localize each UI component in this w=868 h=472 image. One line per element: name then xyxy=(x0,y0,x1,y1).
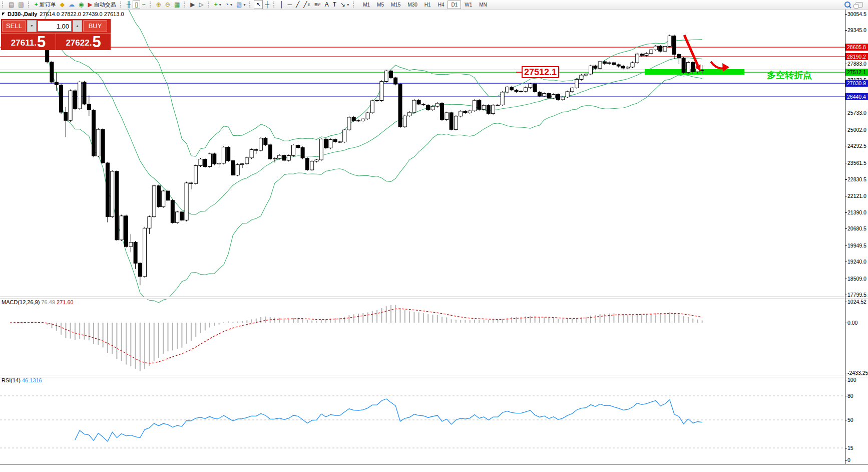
timeframe-button-mn[interactable]: MN xyxy=(476,1,491,9)
volume-input[interactable] xyxy=(38,21,72,32)
trendline-icon: ╱ xyxy=(296,2,299,8)
search-icon[interactable] xyxy=(844,2,850,8)
signals-icon: ◉ xyxy=(79,2,84,8)
signals-button[interactable]: ◉ xyxy=(77,0,86,9)
price-tick: 18509.0 xyxy=(847,276,866,282)
toolbar-handle xyxy=(273,2,276,8)
text-icon: A xyxy=(325,2,329,8)
price-tick: 30054.5 xyxy=(847,11,866,17)
period-clock-icon: ◔ xyxy=(225,2,229,8)
zoom-in-button[interactable]: ⊕ xyxy=(154,0,163,9)
timeframe-button-m1[interactable]: M1 xyxy=(359,1,373,9)
macd-signal-value: 271.60 xyxy=(57,299,74,305)
line-chart-button[interactable]: ~ xyxy=(140,0,148,9)
zoom-out-button[interactable]: ⊖ xyxy=(163,0,172,9)
timeframe-button-w1[interactable]: W1 xyxy=(461,1,476,9)
fibonacci-button[interactable]: ≡F xyxy=(312,0,323,9)
hline-icon: ─ xyxy=(287,2,292,8)
macd-scale-label: 1024.52 xyxy=(847,299,866,305)
toolbar-handle xyxy=(249,2,252,8)
text-label-button[interactable]: T xyxy=(331,0,338,9)
arrows-button[interactable]: ↘▾ xyxy=(338,0,351,9)
text-button[interactable]: A xyxy=(323,0,331,9)
timeframe-button-d1[interactable]: D1 xyxy=(448,1,461,9)
chart-preview-icon: ▥ xyxy=(18,2,24,8)
volume-increase-button[interactable]: ▲ xyxy=(73,20,82,32)
date-axis[interactable] xyxy=(0,464,868,472)
tile-windows-button[interactable]: ▦ xyxy=(172,0,182,9)
price-level-label: 28190.2 xyxy=(845,53,868,60)
timeframe-button-m5[interactable]: M5 xyxy=(373,1,387,9)
price-tick: 24292.5 xyxy=(847,143,866,149)
callout-dash xyxy=(516,72,522,73)
pivot-note-text[interactable]: 多空转折点 xyxy=(767,69,812,81)
metaeditor-button[interactable]: ◆ xyxy=(58,0,67,9)
crosshair-icon: ┼ xyxy=(265,2,269,8)
buy-price-big-digit: 5 xyxy=(92,34,101,50)
rsi-scale-label: 80 xyxy=(847,393,853,399)
rsi-scale-label: 50 xyxy=(847,417,853,423)
rsi-pane-separator[interactable] xyxy=(0,375,868,377)
price-tick: 19240.0 xyxy=(847,259,866,265)
spin-down-icon: ▼ xyxy=(30,24,34,28)
text-label-icon: T xyxy=(333,2,336,8)
period-clock-button[interactable]: ◔▾ xyxy=(223,0,234,9)
hline-button[interactable]: ─ xyxy=(285,0,294,9)
sell-price[interactable]: 27611. 5 xyxy=(1,34,56,50)
template-button[interactable]: ▧▾ xyxy=(234,0,247,9)
price-callout[interactable]: 27512.1 xyxy=(522,66,559,78)
chart-preview-button[interactable]: ▥ xyxy=(16,0,26,9)
candle-chart-button[interactable]: ▯ xyxy=(133,0,140,9)
macd-indicator-label: MACD(12,26,9) xyxy=(2,299,40,305)
price-tick: 27883.0 xyxy=(847,61,866,67)
buy-button[interactable]: BUY xyxy=(83,20,107,32)
channel-icon: ╱ xyxy=(303,2,307,8)
toolbar-groups: ▤▥+新订单◆☁◉▶自动交易╫▯~⊕⊖▦▶▷+▾◔▾▧▾↖┼│─╱╱E≡FAT↘… xyxy=(0,0,351,9)
crosshair-button[interactable]: ┼ xyxy=(263,0,271,9)
add-indicator-icon: + xyxy=(214,2,218,8)
chevron-down-icon: ▾ xyxy=(347,3,349,7)
buy-price[interactable]: 27622. 5 xyxy=(56,34,111,50)
timeframe-button-m15[interactable]: M15 xyxy=(387,1,404,9)
callout-text: 27512.1 xyxy=(524,67,557,77)
charts-window-button[interactable]: ▤ xyxy=(7,0,16,9)
price-tick: 29345.0 xyxy=(847,27,866,33)
price-level-label: 27512.1 xyxy=(845,69,868,76)
collapse-panel-icon[interactable] xyxy=(2,13,5,16)
rsi-scale-label: 0 xyxy=(847,457,850,463)
auto-scroll-button[interactable]: ▶ xyxy=(188,0,197,9)
macd-histogram xyxy=(10,305,703,371)
macd-pane-separator[interactable] xyxy=(0,297,868,299)
candles-series xyxy=(9,25,704,285)
volume-decrease-button[interactable]: ▼ xyxy=(27,20,37,32)
bollinger-upper-band xyxy=(20,0,702,156)
timeframe-button-h4[interactable]: H4 xyxy=(435,1,448,9)
chart-canvas xyxy=(0,0,868,472)
cursor-icon: ↖ xyxy=(256,2,261,8)
timeframe-button-m30[interactable]: M30 xyxy=(404,1,420,9)
bar-chart-icon: ╫ xyxy=(127,2,131,8)
channel-button[interactable]: ╱E xyxy=(301,0,312,9)
vline-button[interactable]: │ xyxy=(278,0,286,9)
autotrade-button[interactable]: ▶自动交易 xyxy=(86,0,118,9)
cursor-button[interactable]: ↖ xyxy=(254,0,263,9)
mt4-terminal: 30054.529345.027883.027173.525733.025002… xyxy=(0,0,868,472)
trendline-button[interactable]: ╱ xyxy=(294,0,301,9)
add-indicator-button[interactable]: +▾ xyxy=(212,0,223,9)
tile-windows-icon: ▦ xyxy=(174,2,180,8)
price-tick: 22121.0 xyxy=(847,193,866,199)
arrows-icon: ↘ xyxy=(340,2,345,8)
sell-button[interactable]: SELL xyxy=(2,20,26,32)
chart-header: DJ30-,Daily 27614.0 27822.0 27439.0 2761… xyxy=(2,11,124,17)
chart-shift-button[interactable]: ▷ xyxy=(197,0,206,9)
macd-main-value: 76.49 xyxy=(41,299,55,305)
toolbar: ▤▥+新订单◆☁◉▶自动交易╫▯~⊕⊖▦▶▷+▾◔▾▧▾↖┼│─╱╱E≡FAT↘… xyxy=(0,0,868,10)
bar-chart-button[interactable]: ╫ xyxy=(125,0,133,9)
chat-icon[interactable] xyxy=(855,2,863,8)
community-button[interactable]: ☁ xyxy=(67,0,77,9)
toolbar-handle xyxy=(28,2,31,8)
charts-window-icon: ▤ xyxy=(9,2,14,8)
timeframe-button-h1[interactable]: H1 xyxy=(421,1,435,9)
price-tick: 19949.5 xyxy=(847,243,866,249)
new-order-button[interactable]: +新订单 xyxy=(33,0,58,9)
